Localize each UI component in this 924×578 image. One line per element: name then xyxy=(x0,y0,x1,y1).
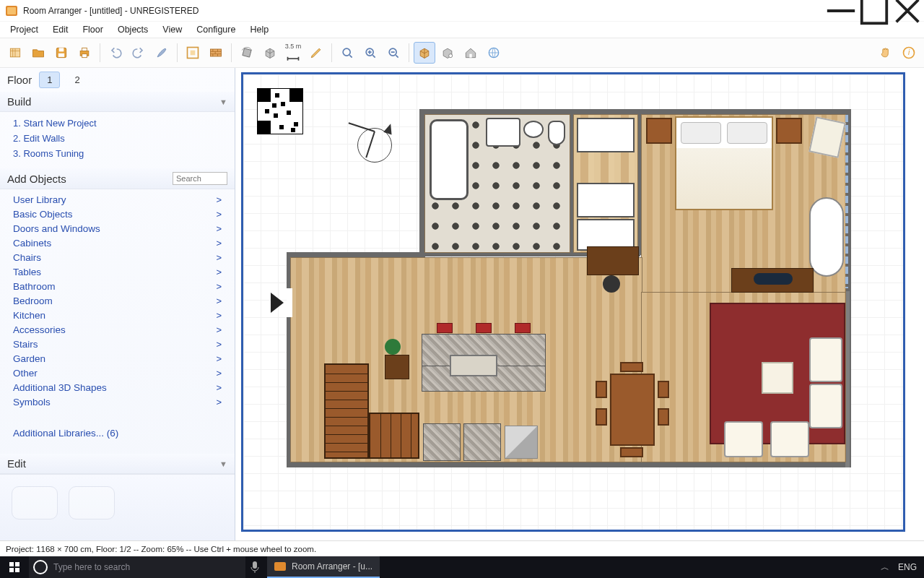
redo-button[interactable] xyxy=(128,42,149,64)
mic-icon[interactable] xyxy=(245,556,264,578)
tile-block[interactable] xyxy=(424,424,460,460)
tile-block[interactable] xyxy=(464,424,500,460)
menu-project[interactable]: Project xyxy=(4,23,44,36)
box3d-button[interactable] xyxy=(259,42,281,64)
floor-plan-canvas[interactable] xyxy=(241,72,905,532)
closet-shelf[interactable] xyxy=(577,183,635,217)
print-button[interactable] xyxy=(74,42,95,64)
export-button[interactable] xyxy=(483,42,505,64)
toilet[interactable] xyxy=(548,121,565,145)
zoom-fit-button[interactable] xyxy=(336,42,358,64)
desk[interactable] xyxy=(587,246,639,275)
brush-button[interactable] xyxy=(151,42,173,64)
taskbar-search[interactable]: Type here to search xyxy=(29,556,245,578)
stool[interactable] xyxy=(476,323,492,333)
maximize-button[interactable] xyxy=(858,0,891,22)
desk-chair[interactable] xyxy=(603,275,620,293)
info-button[interactable]: i xyxy=(898,42,920,64)
edit-walls-button[interactable] xyxy=(182,42,204,64)
dining-chair[interactable] xyxy=(596,408,607,426)
dining-chair[interactable] xyxy=(596,381,607,398)
undo-button[interactable] xyxy=(105,42,126,64)
dining-chair[interactable] xyxy=(658,408,669,426)
start-button[interactable] xyxy=(0,556,29,578)
menu-objects[interactable]: Objects xyxy=(112,23,154,36)
dining-chair[interactable] xyxy=(658,381,669,398)
taskbar-app[interactable]: Room Arranger - [u... xyxy=(267,556,380,578)
house-button[interactable] xyxy=(460,42,481,64)
wall[interactable] xyxy=(845,291,850,467)
cat-basic-objects[interactable]: Basic Objects> xyxy=(7,207,227,221)
cat-tables[interactable]: Tables> xyxy=(7,264,227,279)
kitchen-sink[interactable] xyxy=(450,355,497,376)
build-rooms-tuning[interactable]: 3. Rooms Tuning xyxy=(9,146,226,161)
plant[interactable] xyxy=(385,339,401,355)
system-tray[interactable]: ︿ ENG xyxy=(873,561,924,574)
bathroom-counter[interactable] xyxy=(486,118,520,147)
pan-hand-button[interactable] xyxy=(875,42,897,64)
walkthrough-button[interactable] xyxy=(437,42,458,64)
canvas-area[interactable] xyxy=(235,68,924,540)
wall[interactable] xyxy=(419,109,425,256)
new-project-button[interactable] xyxy=(4,42,26,64)
armchair[interactable] xyxy=(770,421,809,457)
save-button[interactable] xyxy=(51,42,72,64)
minimize-button[interactable] xyxy=(824,0,858,22)
edit-section-header[interactable]: Edit ▼ xyxy=(0,454,235,474)
cat-cabinets[interactable]: Cabinets> xyxy=(7,236,227,250)
cat-doors-windows[interactable]: Doors and Windows> xyxy=(7,221,227,236)
menu-configure[interactable]: Configure xyxy=(191,23,241,36)
build-edit-walls[interactable]: 2. Edit Walls xyxy=(9,131,226,146)
stool[interactable] xyxy=(437,323,453,333)
nightstand[interactable] xyxy=(776,118,802,144)
closet-shelf[interactable] xyxy=(577,118,635,152)
tray-up-icon[interactable]: ︿ xyxy=(881,561,889,574)
floor-tab-1[interactable]: 1 xyxy=(39,72,60,88)
dining-chair[interactable] xyxy=(620,447,643,457)
tile-block[interactable] xyxy=(505,426,538,459)
close-button[interactable] xyxy=(891,0,924,22)
coffee-table[interactable] xyxy=(762,362,793,394)
cat-kitchen[interactable]: Kitchen> xyxy=(7,308,227,322)
cat-bedroom[interactable]: Bedroom> xyxy=(7,293,227,308)
dining-table[interactable] xyxy=(610,374,655,446)
build-section-header[interactable]: Build ▼ xyxy=(0,92,235,112)
floor-tab-2[interactable]: 2 xyxy=(67,72,87,87)
rotate-button[interactable] xyxy=(236,42,258,64)
sofa-section[interactable] xyxy=(809,384,842,428)
wall[interactable] xyxy=(419,109,850,115)
tv-stand[interactable] xyxy=(731,268,814,293)
side-table[interactable] xyxy=(385,355,409,379)
cat-other[interactable]: Other> xyxy=(7,366,227,380)
cat-stairs[interactable]: Stairs> xyxy=(7,337,227,351)
window[interactable] xyxy=(845,115,848,288)
bathroom-sink[interactable] xyxy=(523,121,544,138)
zoom-out-button[interactable] xyxy=(383,42,404,64)
build-start-new[interactable]: 1. Start New Project xyxy=(9,116,226,131)
zoom-in-button[interactable] xyxy=(359,42,381,64)
search-input[interactable] xyxy=(173,172,227,185)
stool[interactable] xyxy=(515,323,531,333)
sofa-section[interactable] xyxy=(809,337,842,382)
pencil-button[interactable] xyxy=(305,42,327,64)
menu-floor[interactable]: Floor xyxy=(77,23,108,36)
menu-help[interactable]: Help xyxy=(244,23,274,36)
armchair[interactable] xyxy=(724,421,763,457)
stairs[interactable] xyxy=(324,363,369,459)
cat-chairs[interactable]: Chairs> xyxy=(7,250,227,264)
wall[interactable] xyxy=(287,252,425,258)
wall[interactable] xyxy=(287,462,850,467)
cat-user-library[interactable]: User Library> xyxy=(7,192,227,207)
cat-accessories[interactable]: Accessories> xyxy=(7,322,227,337)
add-wall-button[interactable] xyxy=(205,42,227,64)
cat-symbols[interactable]: Symbols> xyxy=(7,394,227,409)
tray-lang[interactable]: ENG xyxy=(898,562,917,572)
cat-3d-shapes[interactable]: Additional 3D Shapes> xyxy=(7,380,227,394)
nightstand[interactable] xyxy=(646,118,672,144)
cat-bathroom[interactable]: Bathroom> xyxy=(7,279,227,293)
menu-edit[interactable]: Edit xyxy=(47,23,74,36)
bed[interactable] xyxy=(675,116,773,210)
additional-libraries-link[interactable]: Additional Libraries... (6) xyxy=(0,415,235,444)
door-opening[interactable] xyxy=(287,288,292,317)
floor-lamp[interactable] xyxy=(809,197,844,277)
